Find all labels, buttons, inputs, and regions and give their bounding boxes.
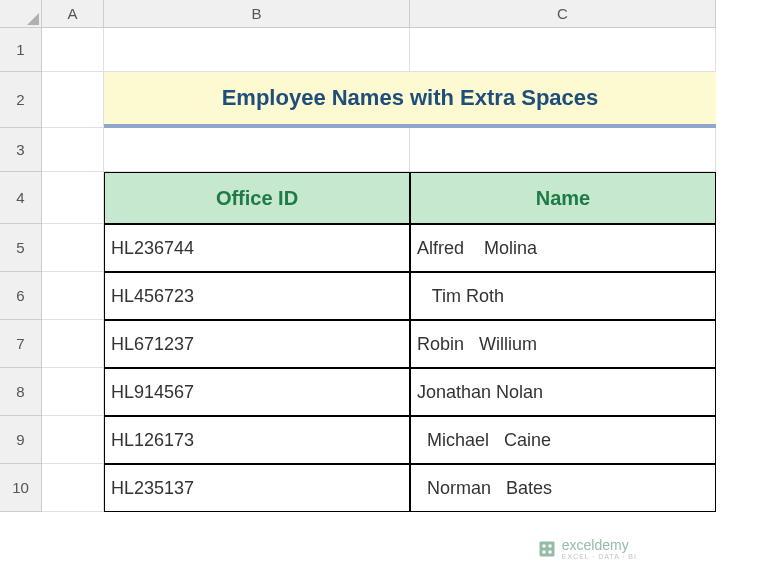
table-row[interactable]: Michael Caine	[410, 416, 716, 464]
row-header-4[interactable]: 4	[0, 172, 42, 224]
cell-a5[interactable]	[42, 224, 104, 272]
table-header-id[interactable]: Office ID	[104, 172, 410, 224]
watermark-text: exceldemy	[562, 537, 629, 553]
row-header-3[interactable]: 3	[0, 128, 42, 172]
table-row[interactable]: HL456723	[104, 272, 410, 320]
row-header-2[interactable]: 2	[0, 72, 42, 128]
table-row[interactable]: HL126173	[104, 416, 410, 464]
cell-a2[interactable]	[42, 72, 104, 128]
select-all-corner[interactable]	[0, 0, 42, 28]
cell-c1[interactable]	[410, 28, 716, 72]
svg-rect-0	[539, 541, 554, 556]
col-header-b[interactable]: B	[104, 0, 410, 28]
cell-a1[interactable]	[42, 28, 104, 72]
row-header-5[interactable]: 5	[0, 224, 42, 272]
table-row[interactable]: HL235137	[104, 464, 410, 512]
col-header-c[interactable]: C	[410, 0, 716, 28]
row-header-8[interactable]: 8	[0, 368, 42, 416]
cell-b3[interactable]	[104, 128, 410, 172]
table-row[interactable]: HL914567	[104, 368, 410, 416]
watermark: exceldemy EXCEL · DATA · BI	[538, 537, 637, 560]
table-row[interactable]: HL236744	[104, 224, 410, 272]
cell-a7[interactable]	[42, 320, 104, 368]
spreadsheet-grid: A B C 1 2 Employee Names with Extra Spac…	[0, 0, 767, 512]
col-header-a[interactable]: A	[42, 0, 104, 28]
svg-rect-2	[548, 544, 551, 547]
cell-a4[interactable]	[42, 172, 104, 224]
row-header-9[interactable]: 9	[0, 416, 42, 464]
svg-rect-4	[548, 550, 551, 553]
row-header-6[interactable]: 6	[0, 272, 42, 320]
cell-c3[interactable]	[410, 128, 716, 172]
row-header-1[interactable]: 1	[0, 28, 42, 72]
cell-a3[interactable]	[42, 128, 104, 172]
cell-b1[interactable]	[104, 28, 410, 72]
row-header-7[interactable]: 7	[0, 320, 42, 368]
svg-rect-1	[542, 544, 545, 547]
table-row[interactable]: Tim Roth	[410, 272, 716, 320]
watermark-subtitle: EXCEL · DATA · BI	[562, 553, 637, 560]
table-row[interactable]: Norman Bates	[410, 464, 716, 512]
table-row[interactable]: Robin Willium	[410, 320, 716, 368]
cell-a6[interactable]	[42, 272, 104, 320]
title-cell[interactable]: Employee Names with Extra Spaces	[104, 72, 716, 128]
row-header-10[interactable]: 10	[0, 464, 42, 512]
table-header-name[interactable]: Name	[410, 172, 716, 224]
cell-a10[interactable]	[42, 464, 104, 512]
cell-a8[interactable]	[42, 368, 104, 416]
svg-rect-3	[542, 550, 545, 553]
logo-icon	[538, 540, 556, 558]
table-row[interactable]: Alfred Molina	[410, 224, 716, 272]
cell-a9[interactable]	[42, 416, 104, 464]
table-row[interactable]: HL671237	[104, 320, 410, 368]
table-row[interactable]: Jonathan Nolan	[410, 368, 716, 416]
